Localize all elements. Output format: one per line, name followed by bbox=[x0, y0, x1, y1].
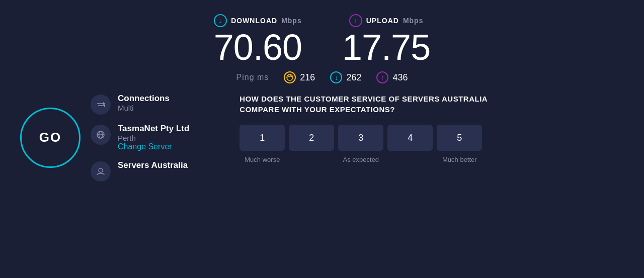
rating-section: 1 2 3 4 5 Much worse As expected Much be… bbox=[239, 125, 624, 163]
connections-title: Connections bbox=[118, 94, 170, 104]
download-unit: Mbps bbox=[281, 17, 302, 25]
change-server-link[interactable]: Change Server bbox=[118, 142, 189, 151]
server-content: TasmaNet Pty Ltd Perth Change Server bbox=[118, 124, 189, 151]
server-name: TasmaNet Pty Ltd bbox=[118, 124, 189, 134]
rating-btn-2[interactable]: 2 bbox=[289, 125, 334, 151]
ping-download-value: 262 bbox=[346, 72, 361, 83]
ping-section: Ping ms 216 ↓ 262 ↑ 436 bbox=[236, 71, 408, 83]
label-as-expected: As expected bbox=[338, 156, 383, 163]
ping-upload-item: ↑ 436 bbox=[376, 71, 408, 83]
connections-row: Connections Multi bbox=[91, 94, 189, 115]
upload-unit: Mbps bbox=[403, 17, 424, 25]
upload-metric: ↑ UPLOAD Mbps 17.75 bbox=[342, 14, 430, 65]
label-much-better: Much better bbox=[437, 156, 482, 163]
label-much-worse: Much worse bbox=[239, 156, 285, 163]
host-name: Servers Australia bbox=[118, 160, 188, 170]
bottom-section: GO Connections Multi bbox=[0, 94, 644, 181]
right-panel: HOW DOES THE CUSTOMER SERVICE OF SERVERS… bbox=[209, 94, 624, 163]
ping-label: Ping ms bbox=[236, 73, 269, 82]
host-icon bbox=[91, 161, 111, 181]
jitter-value: 216 bbox=[300, 72, 315, 83]
server-icon bbox=[91, 125, 111, 145]
download-metric: ↓ DOWNLOAD Mbps 70.60 bbox=[214, 14, 302, 65]
label-empty-2 bbox=[289, 156, 334, 163]
rating-btn-1[interactable]: 1 bbox=[239, 125, 285, 151]
upload-value: 17.75 bbox=[342, 29, 430, 65]
server-info: Connections Multi TasmaNet Pty Ltd Perth… bbox=[91, 94, 189, 181]
server-row: TasmaNet Pty Ltd Perth Change Server bbox=[91, 124, 189, 151]
connections-content: Connections Multi bbox=[118, 94, 170, 112]
download-label-bold: DOWNLOAD bbox=[231, 17, 277, 25]
rating-labels: Much worse As expected Much better bbox=[239, 156, 624, 163]
download-icon: ↓ bbox=[214, 14, 227, 27]
download-label: ↓ DOWNLOAD Mbps bbox=[214, 14, 302, 27]
survey-title: HOW DOES THE CUSTOMER SERVICE OF SERVERS… bbox=[239, 94, 491, 115]
connections-value: Multi bbox=[118, 104, 170, 112]
go-button[interactable]: GO bbox=[20, 108, 80, 168]
download-value: 70.60 bbox=[214, 29, 302, 65]
ping-download-icon: ↓ bbox=[330, 71, 342, 83]
jitter-item: 216 bbox=[284, 71, 315, 83]
rating-btn-3[interactable]: 3 bbox=[338, 125, 383, 151]
svg-point-8 bbox=[99, 168, 103, 172]
host-content: Servers Australia bbox=[118, 160, 188, 170]
rating-btn-4[interactable]: 4 bbox=[387, 125, 433, 151]
left-panel: GO Connections Multi bbox=[20, 94, 189, 181]
label-empty-4 bbox=[387, 156, 433, 163]
ping-upload-icon: ↑ bbox=[376, 71, 388, 83]
upload-label-bold: UPLOAD bbox=[366, 17, 399, 25]
upload-icon: ↑ bbox=[349, 14, 362, 27]
upload-label: ↑ UPLOAD Mbps bbox=[349, 14, 424, 27]
ping-upload-value: 436 bbox=[392, 72, 408, 83]
host-row: Servers Australia bbox=[91, 160, 189, 181]
rating-buttons: 1 2 3 4 5 bbox=[239, 125, 624, 151]
rating-btn-5[interactable]: 5 bbox=[437, 125, 482, 151]
server-location: Perth bbox=[118, 134, 189, 142]
ping-download-item: ↓ 262 bbox=[330, 71, 361, 83]
connections-icon bbox=[91, 95, 111, 115]
jitter-icon bbox=[284, 71, 296, 83]
svg-marker-4 bbox=[104, 104, 105, 107]
